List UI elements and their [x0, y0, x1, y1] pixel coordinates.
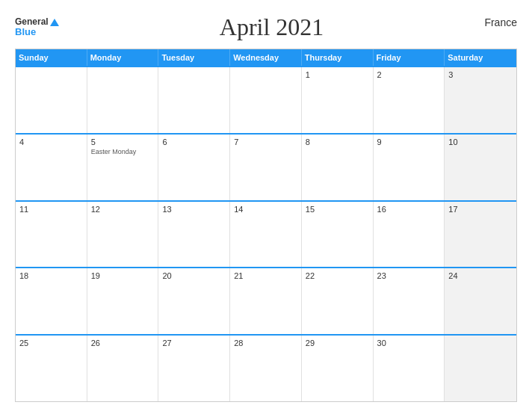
header-saturday: Saturday	[445, 49, 516, 66]
day-number: 27	[162, 339, 226, 347]
calendar-page: General Blue April 2021 France Sunday Mo…	[0, 0, 532, 411]
day-number: 16	[377, 205, 441, 214]
day-cell: 19	[87, 268, 159, 334]
day-cell: 20	[158, 268, 230, 334]
day-cell: 4	[16, 135, 87, 200]
day-cell	[87, 67, 159, 133]
day-number: 29	[306, 339, 369, 347]
day-cell: 27	[158, 336, 230, 401]
day-headers-row: Sunday Monday Tuesday Wednesday Thursday…	[16, 49, 516, 66]
day-cell: 28	[230, 336, 302, 401]
day-number: 14	[234, 205, 297, 214]
week-row-2: 45Easter Monday678910	[16, 133, 516, 200]
day-number: 15	[306, 205, 369, 214]
day-number: 12	[91, 205, 155, 214]
day-cell: 13	[158, 202, 230, 268]
day-number: 22	[306, 271, 369, 280]
day-number: 11	[19, 205, 83, 214]
header-wednesday: Wednesday	[230, 49, 302, 66]
header-friday: Friday	[374, 49, 445, 66]
day-number: 6	[162, 137, 226, 146]
day-number: 18	[19, 271, 83, 280]
logo-triangle-icon	[50, 19, 59, 26]
country-label: France	[484, 16, 517, 28]
day-cell: 12	[87, 202, 159, 268]
weeks-container: 12345Easter Monday6789101112131415161718…	[16, 66, 516, 401]
day-cell: 9	[374, 135, 445, 200]
day-cell: 2	[374, 67, 445, 133]
day-number: 7	[234, 137, 297, 146]
day-cell: 8	[302, 135, 374, 200]
day-number: 4	[19, 137, 83, 146]
day-cell: 1	[302, 67, 374, 133]
day-cell: 29	[302, 336, 374, 401]
day-cell: 22	[302, 268, 374, 334]
day-cell: 18	[16, 268, 87, 334]
day-number: 28	[234, 339, 297, 347]
day-number: 10	[448, 137, 513, 146]
header: General Blue April 2021 France	[15, 13, 517, 41]
logo-blue: Blue	[15, 27, 59, 37]
day-number: 3	[448, 70, 513, 79]
week-row-1: 123	[16, 66, 516, 133]
day-number: 20	[162, 271, 226, 280]
week-row-5: 252627282930	[16, 334, 516, 401]
day-cell: 15	[302, 202, 374, 268]
header-sunday: Sunday	[16, 49, 87, 66]
day-cell	[158, 67, 230, 133]
day-cell: 14	[230, 202, 302, 268]
header-monday: Monday	[87, 49, 159, 66]
calendar-title: April 2021	[220, 13, 324, 41]
day-cell	[230, 67, 302, 133]
day-number: 8	[306, 137, 369, 146]
logo-general: General	[15, 17, 59, 27]
day-cell: 6	[158, 135, 230, 200]
day-number: 13	[162, 205, 226, 214]
day-cell: 17	[445, 202, 516, 268]
day-cell: 3	[445, 67, 516, 133]
day-cell: 11	[16, 202, 87, 268]
day-cell: 25	[16, 336, 87, 401]
day-number: 25	[19, 339, 83, 347]
logo: General Blue	[15, 17, 59, 37]
day-number: 24	[448, 271, 513, 280]
day-number: 9	[377, 137, 441, 146]
day-cell	[445, 336, 516, 401]
holiday-label: Easter Monday	[91, 148, 155, 156]
day-number: 21	[234, 271, 297, 280]
day-number: 30	[377, 339, 441, 347]
day-cell: 16	[374, 202, 445, 268]
day-number: 23	[377, 271, 441, 280]
day-number: 26	[91, 339, 155, 347]
day-number: 1	[306, 70, 369, 79]
week-row-3: 11121314151617	[16, 200, 516, 268]
day-cell: 7	[230, 135, 302, 200]
day-cell	[16, 67, 87, 133]
day-cell: 26	[87, 336, 159, 401]
day-number: 19	[91, 271, 155, 280]
day-cell: 24	[445, 268, 516, 334]
header-thursday: Thursday	[302, 49, 374, 66]
day-cell: 5Easter Monday	[87, 135, 159, 200]
calendar-grid: Sunday Monday Tuesday Wednesday Thursday…	[15, 49, 517, 402]
day-cell: 23	[374, 268, 445, 334]
week-row-4: 18192021222324	[16, 267, 516, 334]
day-number: 2	[377, 70, 441, 79]
day-number: 5	[91, 137, 155, 146]
day-cell: 30	[374, 336, 445, 401]
day-number: 17	[448, 205, 513, 214]
header-tuesday: Tuesday	[158, 49, 230, 66]
day-cell: 21	[230, 268, 302, 334]
day-cell: 10	[445, 135, 516, 200]
